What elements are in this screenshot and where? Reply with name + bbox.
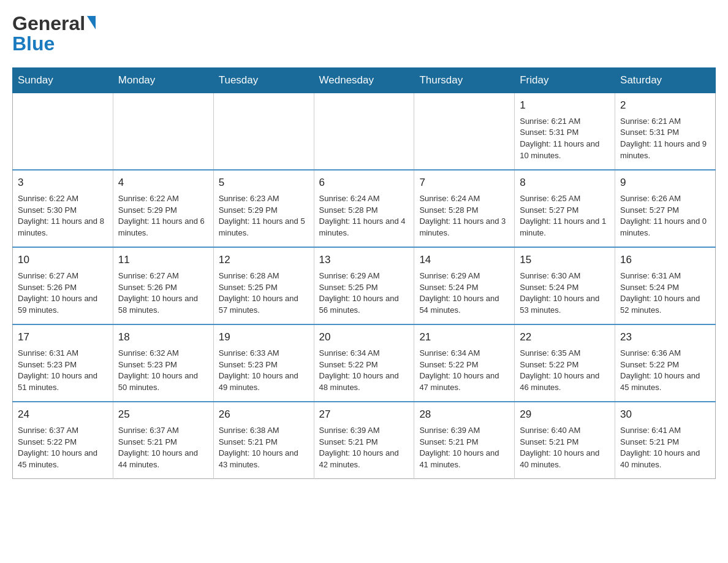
calendar-cell-week4-day7: 23Sunrise: 6:36 AM Sunset: 5:22 PM Dayli… (615, 324, 716, 402)
day-number: 30 (620, 407, 710, 423)
calendar-cell-week4-day5: 21Sunrise: 6:34 AM Sunset: 5:22 PM Dayli… (414, 324, 515, 402)
day-number: 27 (319, 407, 409, 423)
calendar-cell-week1-day2 (113, 93, 213, 170)
page-header: General Blue (12, 12, 716, 55)
calendar-cell-week3-day3: 12Sunrise: 6:28 AM Sunset: 5:25 PM Dayli… (213, 247, 314, 324)
day-number: 11 (118, 253, 208, 268)
calendar-cell-week2-day7: 9Sunrise: 6:26 AM Sunset: 5:27 PM Daylig… (615, 170, 716, 247)
day-info: Sunrise: 6:23 AM Sunset: 5:29 PM Dayligh… (219, 193, 309, 239)
day-number: 13 (319, 253, 409, 268)
calendar-cell-week5-day3: 26Sunrise: 6:38 AM Sunset: 5:21 PM Dayli… (213, 402, 314, 479)
calendar-cell-week1-day4 (314, 93, 414, 170)
day-info: Sunrise: 6:29 AM Sunset: 5:24 PM Dayligh… (419, 270, 509, 316)
weekday-header-tuesday: Tuesday (213, 68, 314, 93)
day-number: 1 (520, 98, 610, 113)
day-info: Sunrise: 6:37 AM Sunset: 5:21 PM Dayligh… (118, 425, 208, 471)
calendar-week-3: 10Sunrise: 6:27 AM Sunset: 5:26 PM Dayli… (13, 247, 716, 324)
day-info: Sunrise: 6:21 AM Sunset: 5:31 PM Dayligh… (520, 116, 610, 162)
day-number: 8 (520, 175, 610, 191)
day-number: 22 (520, 330, 610, 345)
calendar-body: 1Sunrise: 6:21 AM Sunset: 5:31 PM Daylig… (13, 93, 716, 479)
calendar-cell-week1-day7: 2Sunrise: 6:21 AM Sunset: 5:31 PM Daylig… (615, 93, 716, 170)
calendar-cell-week4-day6: 22Sunrise: 6:35 AM Sunset: 5:22 PM Dayli… (515, 324, 615, 402)
calendar-cell-week3-day4: 13Sunrise: 6:29 AM Sunset: 5:25 PM Dayli… (314, 247, 414, 324)
weekday-header-wednesday: Wednesday (314, 68, 414, 93)
day-info: Sunrise: 6:36 AM Sunset: 5:22 PM Dayligh… (620, 348, 710, 394)
calendar-cell-week2-day1: 3Sunrise: 6:22 AM Sunset: 5:30 PM Daylig… (13, 170, 113, 247)
calendar-cell-week5-day1: 24Sunrise: 6:37 AM Sunset: 5:22 PM Dayli… (13, 402, 113, 479)
day-number: 20 (319, 330, 409, 345)
logo-blue-text: Blue (12, 33, 55, 55)
day-number: 19 (219, 330, 309, 345)
day-info: Sunrise: 6:37 AM Sunset: 5:22 PM Dayligh… (18, 425, 108, 471)
calendar-cell-week1-day5 (414, 93, 515, 170)
day-number: 5 (219, 175, 309, 191)
calendar-cell-week5-day7: 30Sunrise: 6:41 AM Sunset: 5:21 PM Dayli… (615, 402, 716, 479)
calendar-cell-week2-day2: 4Sunrise: 6:22 AM Sunset: 5:29 PM Daylig… (113, 170, 213, 247)
day-number: 4 (118, 175, 208, 191)
day-number: 21 (419, 330, 509, 345)
calendar-week-1: 1Sunrise: 6:21 AM Sunset: 5:31 PM Daylig… (13, 93, 716, 170)
day-info: Sunrise: 6:34 AM Sunset: 5:22 PM Dayligh… (319, 348, 409, 394)
calendar-cell-week5-day5: 28Sunrise: 6:39 AM Sunset: 5:21 PM Dayli… (414, 402, 515, 479)
day-info: Sunrise: 6:22 AM Sunset: 5:30 PM Dayligh… (18, 193, 108, 239)
calendar-cell-week3-day6: 15Sunrise: 6:30 AM Sunset: 5:24 PM Dayli… (515, 247, 615, 324)
weekday-header-row: SundayMondayTuesdayWednesdayThursdayFrid… (13, 68, 716, 93)
day-info: Sunrise: 6:29 AM Sunset: 5:25 PM Dayligh… (319, 270, 409, 316)
day-info: Sunrise: 6:39 AM Sunset: 5:21 PM Dayligh… (319, 425, 409, 471)
calendar-cell-week4-day4: 20Sunrise: 6:34 AM Sunset: 5:22 PM Dayli… (314, 324, 414, 402)
day-info: Sunrise: 6:39 AM Sunset: 5:21 PM Dayligh… (419, 425, 509, 471)
calendar-cell-week2-day4: 6Sunrise: 6:24 AM Sunset: 5:28 PM Daylig… (314, 170, 414, 247)
weekday-header-monday: Monday (113, 68, 213, 93)
calendar-cell-week3-day7: 16Sunrise: 6:31 AM Sunset: 5:24 PM Dayli… (615, 247, 716, 324)
day-number: 15 (520, 253, 610, 268)
day-info: Sunrise: 6:40 AM Sunset: 5:21 PM Dayligh… (520, 425, 610, 471)
calendar-cell-week3-day2: 11Sunrise: 6:27 AM Sunset: 5:26 PM Dayli… (113, 247, 213, 324)
calendar-cell-week5-day2: 25Sunrise: 6:37 AM Sunset: 5:21 PM Dayli… (113, 402, 213, 479)
calendar-cell-week5-day6: 29Sunrise: 6:40 AM Sunset: 5:21 PM Dayli… (515, 402, 615, 479)
day-number: 26 (219, 407, 309, 423)
day-number: 29 (520, 407, 610, 423)
logo-general-text: General (12, 12, 85, 35)
day-info: Sunrise: 6:35 AM Sunset: 5:22 PM Dayligh… (520, 348, 610, 394)
calendar-cell-week5-day4: 27Sunrise: 6:39 AM Sunset: 5:21 PM Dayli… (314, 402, 414, 479)
calendar-cell-week2-day5: 7Sunrise: 6:24 AM Sunset: 5:28 PM Daylig… (414, 170, 515, 247)
calendar-cell-week3-day1: 10Sunrise: 6:27 AM Sunset: 5:26 PM Dayli… (13, 247, 113, 324)
day-number: 12 (219, 253, 309, 268)
logo: General Blue (12, 12, 96, 55)
day-number: 6 (319, 175, 409, 191)
weekday-header-thursday: Thursday (414, 68, 515, 93)
calendar-cell-week1-day3 (213, 93, 314, 170)
calendar-week-4: 17Sunrise: 6:31 AM Sunset: 5:23 PM Dayli… (13, 324, 716, 402)
calendar-cell-week3-day5: 14Sunrise: 6:29 AM Sunset: 5:24 PM Dayli… (414, 247, 515, 324)
day-info: Sunrise: 6:33 AM Sunset: 5:23 PM Dayligh… (219, 348, 309, 394)
day-number: 18 (118, 330, 208, 345)
day-info: Sunrise: 6:25 AM Sunset: 5:27 PM Dayligh… (520, 193, 610, 239)
day-number: 25 (118, 407, 208, 423)
day-info: Sunrise: 6:32 AM Sunset: 5:23 PM Dayligh… (118, 348, 208, 394)
calendar-week-2: 3Sunrise: 6:22 AM Sunset: 5:30 PM Daylig… (13, 170, 716, 247)
day-info: Sunrise: 6:24 AM Sunset: 5:28 PM Dayligh… (419, 193, 509, 239)
day-info: Sunrise: 6:41 AM Sunset: 5:21 PM Dayligh… (620, 425, 710, 471)
weekday-header-friday: Friday (515, 68, 615, 93)
calendar-cell-week4-day3: 19Sunrise: 6:33 AM Sunset: 5:23 PM Dayli… (213, 324, 314, 402)
day-number: 3 (18, 175, 108, 191)
weekday-header-sunday: Sunday (13, 68, 113, 93)
day-info: Sunrise: 6:21 AM Sunset: 5:31 PM Dayligh… (620, 116, 710, 162)
day-info: Sunrise: 6:38 AM Sunset: 5:21 PM Dayligh… (219, 425, 309, 471)
day-number: 2 (620, 98, 710, 113)
calendar-cell-week4-day2: 18Sunrise: 6:32 AM Sunset: 5:23 PM Dayli… (113, 324, 213, 402)
day-info: Sunrise: 6:26 AM Sunset: 5:27 PM Dayligh… (620, 193, 710, 239)
day-info: Sunrise: 6:28 AM Sunset: 5:25 PM Dayligh… (219, 270, 309, 316)
day-info: Sunrise: 6:24 AM Sunset: 5:28 PM Dayligh… (319, 193, 409, 239)
calendar-cell-week4-day1: 17Sunrise: 6:31 AM Sunset: 5:23 PM Dayli… (13, 324, 113, 402)
day-number: 14 (419, 253, 509, 268)
day-info: Sunrise: 6:31 AM Sunset: 5:24 PM Dayligh… (620, 270, 710, 316)
calendar-cell-week2-day6: 8Sunrise: 6:25 AM Sunset: 5:27 PM Daylig… (515, 170, 615, 247)
day-info: Sunrise: 6:27 AM Sunset: 5:26 PM Dayligh… (118, 270, 208, 316)
day-info: Sunrise: 6:27 AM Sunset: 5:26 PM Dayligh… (18, 270, 108, 316)
day-number: 9 (620, 175, 710, 191)
day-info: Sunrise: 6:34 AM Sunset: 5:22 PM Dayligh… (419, 348, 509, 394)
day-number: 7 (419, 175, 509, 191)
day-number: 10 (18, 253, 108, 268)
